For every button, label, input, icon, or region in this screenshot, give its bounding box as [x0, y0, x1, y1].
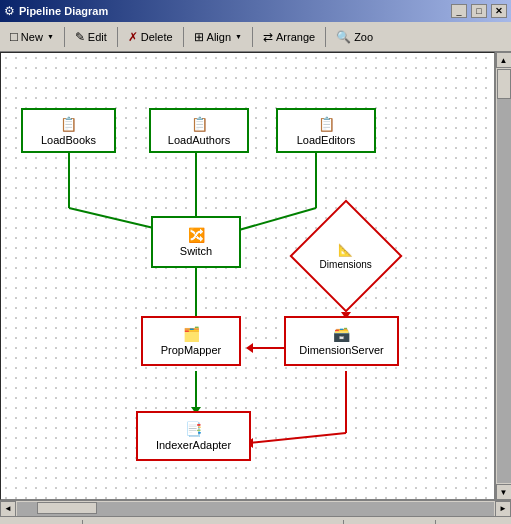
dimensions-label: Dimensions — [320, 259, 372, 270]
separator-5 — [325, 27, 326, 47]
status-bar: Zoom: 100% Components: 8 Selected: 0 — [0, 516, 511, 524]
loadeditors-icon: 📋 — [318, 116, 335, 132]
loadauthors-label: LoadAuthors — [168, 134, 230, 146]
close-button[interactable]: ✕ — [491, 4, 507, 18]
node-dimensions[interactable]: 📐 Dimensions — [301, 211, 391, 301]
dimensions-icon: 📐 — [339, 243, 354, 257]
indexeradapter-label: IndexerAdapter — [156, 439, 231, 451]
loadbooks-label: LoadBooks — [41, 134, 96, 146]
window-title: Pipeline Diagram — [19, 5, 447, 17]
vertical-scrollbar: ▲ ▼ — [495, 52, 511, 500]
new-dropdown-arrow: ▼ — [47, 33, 54, 40]
toolbar: □ New ▼ ✎ Edit ✗ Delete ⊞ Align ▼ ⇄ Arra… — [0, 22, 511, 52]
arrange-button[interactable]: ⇄ Arrange — [257, 25, 321, 49]
indexeradapter-icon: 📑 — [185, 421, 202, 437]
svg-marker-13 — [246, 343, 253, 353]
switch-label: Switch — [180, 245, 212, 257]
switch-icon: 🔀 — [188, 227, 205, 243]
edit-button[interactable]: ✎ Edit — [69, 25, 113, 49]
propmapper-icon: 🗂️ — [183, 326, 200, 342]
title-icon: ⚙ — [4, 4, 15, 18]
separator-2 — [117, 27, 118, 47]
components-status: Components: 8 — [344, 520, 436, 525]
scroll-thumb-v[interactable] — [497, 69, 511, 99]
main-container: 📋 LoadBooks 📋 LoadAuthors 📋 LoadEditors … — [0, 52, 511, 500]
arrange-label: Arrange — [276, 31, 315, 43]
separator-3 — [183, 27, 184, 47]
svg-line-17 — [249, 433, 346, 443]
align-dropdown-arrow: ▼ — [235, 33, 242, 40]
delete-label: Delete — [141, 31, 173, 43]
dimensionserver-icon: 🗃️ — [333, 326, 350, 342]
edit-label: Edit — [88, 31, 107, 43]
loadbooks-icon: 📋 — [60, 116, 77, 132]
align-icon: ⊞ — [194, 30, 204, 44]
node-loadauthors[interactable]: 📋 LoadAuthors — [149, 108, 249, 153]
new-icon: □ — [10, 29, 18, 44]
dimensionserver-label: DimensionServer — [299, 344, 383, 356]
edit-icon: ✎ — [75, 30, 85, 44]
node-loadeditors[interactable]: 📋 LoadEditors — [276, 108, 376, 153]
align-button[interactable]: ⊞ Align ▼ — [188, 25, 248, 49]
minimize-button[interactable]: _ — [451, 4, 467, 18]
scroll-track-v[interactable] — [497, 69, 511, 483]
node-dimensionserver[interactable]: 🗃️ DimensionServer — [284, 316, 399, 366]
selected-status: Selected: 0 — [436, 520, 507, 525]
scroll-thumb-h[interactable] — [37, 502, 97, 514]
node-indexeradapter[interactable]: 📑 IndexerAdapter — [136, 411, 251, 461]
node-loadbooks[interactable]: 📋 LoadBooks — [21, 108, 116, 153]
title-bar: ⚙ Pipeline Diagram _ □ ✕ — [0, 0, 511, 22]
loadeditors-label: LoadEditors — [297, 134, 356, 146]
zoom-status: Zoom: 100% — [4, 520, 83, 525]
scroll-right-button[interactable]: ► — [495, 501, 511, 517]
scroll-track-h[interactable] — [17, 502, 494, 516]
node-switch[interactable]: 🔀 Switch — [151, 216, 241, 268]
scroll-left-button[interactable]: ◄ — [0, 501, 16, 517]
new-button[interactable]: □ New ▼ — [4, 25, 60, 49]
separator-4 — [252, 27, 253, 47]
node-propmapper[interactable]: 🗂️ PropMapper — [141, 316, 241, 366]
align-label: Align — [207, 31, 231, 43]
maximize-button[interactable]: □ — [471, 4, 487, 18]
zoom-button[interactable]: 🔍 Zoo — [330, 25, 379, 49]
delete-button[interactable]: ✗ Delete — [122, 25, 179, 49]
scroll-down-button[interactable]: ▼ — [496, 484, 512, 500]
canvas-area[interactable]: 📋 LoadBooks 📋 LoadAuthors 📋 LoadEditors … — [0, 52, 495, 500]
loadauthors-icon: 📋 — [191, 116, 208, 132]
scroll-up-button[interactable]: ▲ — [496, 52, 512, 68]
zoom-icon: 🔍 — [336, 30, 351, 44]
zoom-label: Zoo — [354, 31, 373, 43]
propmapper-label: PropMapper — [161, 344, 222, 356]
horizontal-scrollbar: ◄ ► — [0, 500, 511, 516]
separator-1 — [64, 27, 65, 47]
arrange-icon: ⇄ — [263, 30, 273, 44]
delete-icon: ✗ — [128, 30, 138, 44]
new-label: New — [21, 31, 43, 43]
